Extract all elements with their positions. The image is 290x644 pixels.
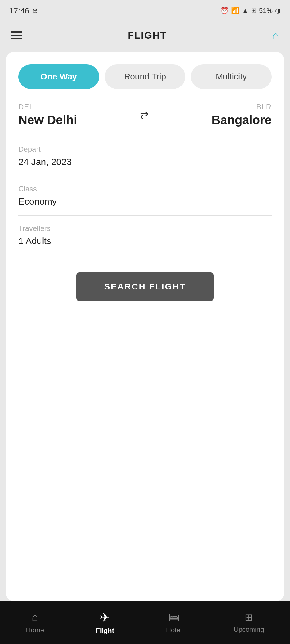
depart-value: 24 Jan, 2023 — [18, 157, 272, 167]
hotel-tab-label: Hotel — [166, 626, 182, 634]
hamburger-line-1 — [11, 31, 22, 33]
menu-button[interactable] — [11, 31, 22, 39]
status-bar: 17:46 ⊕ ⏰ 📶 ▲ ⊞ 51% ◑ — [0, 0, 290, 21]
search-flight-button[interactable]: SEARCH FLIGHT — [76, 272, 213, 301]
battery-percent: 51% — [259, 7, 273, 15]
grid-icon: ⊞ — [251, 7, 257, 15]
time-display: 17:46 — [9, 6, 29, 16]
status-time: 17:46 ⊕ — [9, 6, 38, 16]
top-nav: FLIGHT ⌂ — [0, 21, 290, 49]
flight-tab-icon: ✈ — [100, 610, 110, 624]
signal-icon: 📶 — [231, 7, 239, 15]
trip-selector: One Way Round Trip Multicity — [18, 64, 272, 89]
depart-label: Depart — [18, 145, 272, 154]
departure-city-name: New Delhi — [18, 113, 77, 127]
status-icons-group: ⏰ 📶 ▲ ⊞ 51% ◑ — [220, 7, 281, 15]
page-title: FLIGHT — [128, 30, 167, 41]
home-nav-icon[interactable]: ⌂ — [272, 29, 279, 42]
wifi-icon: ▲ — [242, 7, 249, 15]
upcoming-tab-label: Upcoming — [234, 626, 264, 634]
class-label: Class — [18, 185, 272, 193]
round-trip-button[interactable]: Round Trip — [105, 64, 185, 89]
swap-button[interactable]: ⇄ — [140, 109, 149, 121]
class-field[interactable]: Class Economy — [18, 176, 272, 216]
hamburger-line-2 — [11, 35, 22, 36]
nav-item-upcoming[interactable]: ⊞ Upcoming — [227, 608, 270, 637]
departure-code: DEL — [18, 103, 34, 111]
nav-item-hotel[interactable]: 🛏 Hotel — [160, 608, 188, 637]
main-card: One Way Round Trip Multicity DEL New Del… — [6, 52, 284, 601]
arrival-city[interactable]: BLR Bangalore — [211, 103, 272, 127]
route-selector[interactable]: DEL New Delhi ⇄ BLR Bangalore — [18, 103, 272, 136]
one-way-button[interactable]: One Way — [18, 64, 99, 89]
travellers-field[interactable]: Travellers 1 Adults — [18, 216, 272, 255]
flight-tab-label: Flight — [96, 627, 114, 635]
multicity-button[interactable]: Multicity — [191, 64, 272, 89]
search-button-container: SEARCH FLIGHT — [18, 272, 272, 301]
travellers-label: Travellers — [18, 224, 272, 233]
departure-city[interactable]: DEL New Delhi — [18, 103, 77, 127]
nav-item-flight[interactable]: ✈ Flight — [90, 607, 120, 638]
card-spacer — [18, 301, 272, 589]
upcoming-tab-icon: ⊞ — [245, 611, 253, 623]
nav-item-home[interactable]: ⌂ Home — [20, 608, 50, 637]
battery-icon: ◑ — [275, 7, 281, 15]
hamburger-line-3 — [11, 38, 22, 39]
home-tab-icon: ⌂ — [32, 611, 38, 624]
alarm-icon: ⏰ — [220, 7, 229, 15]
arrival-city-name: Bangalore — [211, 113, 272, 127]
bottom-nav: ⌂ Home ✈ Flight 🛏 Hotel ⊞ Upcoming — [0, 601, 290, 644]
home-tab-label: Home — [26, 626, 44, 634]
class-value: Economy — [18, 196, 272, 207]
arrival-code: BLR — [256, 103, 272, 111]
location-icon: ⊕ — [32, 7, 38, 15]
depart-field[interactable]: Depart 24 Jan, 2023 — [18, 136, 272, 176]
hotel-tab-icon: 🛏 — [168, 611, 180, 624]
travellers-value: 1 Adults — [18, 236, 272, 246]
